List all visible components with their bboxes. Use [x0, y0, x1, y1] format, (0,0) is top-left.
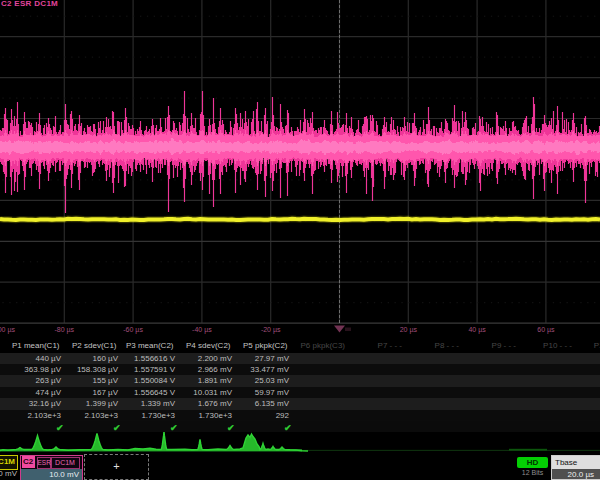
svg-text:C2 ESR DC1M: C2 ESR DC1M [1, 0, 58, 8]
svg-text:-80 µs: -80 µs [54, 326, 74, 334]
svg-text:-60 µs: -60 µs [123, 326, 143, 334]
svg-text:-100 µs: -100 µs [0, 326, 15, 334]
svg-text:40 µs: 40 µs [468, 326, 486, 334]
svg-text:-40 µs: -40 µs [192, 326, 212, 334]
svg-text:60 µs: 60 µs [537, 326, 555, 334]
svg-text:-20 µs: -20 µs [261, 326, 281, 334]
svg-text:20 µs: 20 µs [400, 326, 418, 334]
